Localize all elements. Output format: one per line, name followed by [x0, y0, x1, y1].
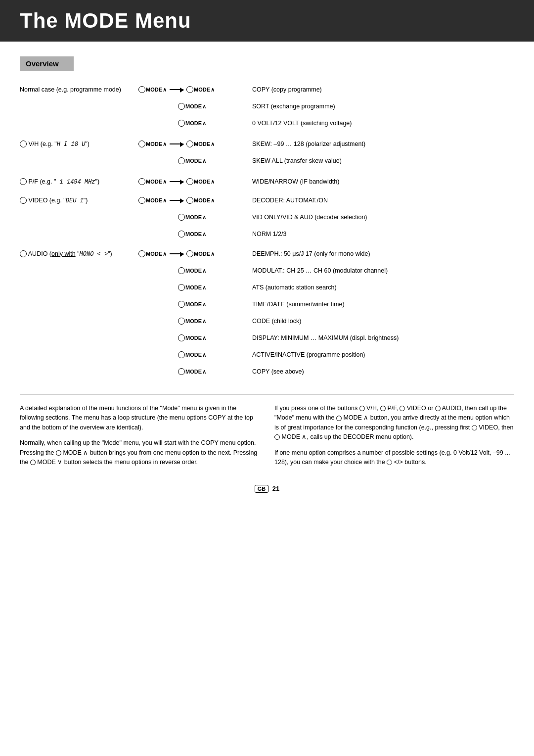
mode-unit: MODE ∧	[178, 120, 206, 127]
mode-unit-2: MODE ∧	[186, 250, 215, 257]
mode-circle-icon	[138, 197, 145, 204]
mode-unit-2: MODE ∧	[186, 86, 215, 93]
vh-circle-icon	[20, 141, 27, 147]
table-row: MODE ∧ SORT (exchange programme)	[20, 98, 514, 114]
row-right-label: ATS (automatic station search)	[242, 284, 430, 291]
row-mid-controls: MODE ∧	[138, 284, 242, 291]
row-right-label: SORT (exchange programme)	[242, 103, 430, 110]
table-row: MODE ∧ MODULAT.: CH 25 … CH 60 (modulato…	[20, 263, 514, 279]
mode-circle-icon	[186, 86, 193, 93]
table-row: MODE ∧ TIME/DATE (summer/winter time)	[20, 296, 514, 312]
mode-circle-icon	[138, 86, 145, 93]
row-right-label: COPY (copy programme)	[242, 86, 430, 93]
table-row: P/F (e.g. " 1 1494 MHz") MODE ∧ MODE ∧ W…	[20, 174, 514, 189]
mode-circle-icon	[178, 214, 185, 221]
mode-unit-2: MODE ∧	[186, 197, 215, 204]
mode-circle-icon	[178, 267, 185, 274]
row-right-label: 0 VOLT/12 VOLT (switching voltage)	[242, 120, 430, 127]
desc-left-p2: Normally, when calling up the "Mode" men…	[20, 438, 260, 467]
row-mid-controls: MODE ∧ MODE ∧	[138, 86, 242, 93]
mode-unit: MODE ∧	[178, 351, 206, 358]
inline-circle-icon	[435, 406, 441, 411]
overview-label: Overview	[26, 59, 59, 68]
mode-circle-icon	[178, 301, 185, 308]
row-mid-controls: MODE ∧	[138, 334, 242, 341]
mode-circle-icon	[178, 284, 185, 291]
mode-unit: MODE ∧	[178, 318, 206, 325]
row-right-label: ACTIVE/INACTIVE (programme position)	[242, 351, 430, 358]
row-right-label: DECODER: AUTOMAT./ON	[242, 197, 430, 204]
arrow-icon	[170, 89, 183, 90]
row-right-label: CODE (child lock)	[242, 318, 430, 325]
row-mid-controls: MODE ∧	[138, 231, 242, 237]
mode-circle-icon	[186, 141, 193, 147]
row-right-label: COPY (see above)	[242, 368, 430, 375]
row-left-label: AUDIO (only with "MONO < >")	[20, 250, 138, 258]
mode-unit: MODE ∧	[178, 334, 206, 341]
mode-unit: MODE ∧	[178, 157, 206, 164]
row-left-label: P/F (e.g. " 1 1494 MHz")	[20, 178, 138, 186]
arrow-icon	[170, 143, 183, 144]
mode-circle-icon	[178, 103, 185, 110]
mode-circle-icon	[178, 368, 185, 375]
video-circle-icon	[20, 197, 27, 204]
mode-unit: MODE ∧	[138, 197, 167, 204]
mode-unit: MODE ∧	[178, 267, 206, 274]
row-right-label: SKEW ALL (transfer skew value)	[242, 157, 430, 164]
table-row: MODE ∧ COPY (see above)	[20, 364, 514, 379]
description-left: A detailed explanation of the menu funct…	[20, 404, 260, 473]
arrow-icon	[170, 200, 183, 201]
mode-unit: MODE ∧	[138, 141, 167, 147]
row-right-label: WIDE/NARROW (IF bandwidth)	[242, 178, 430, 185]
row-mid-controls: MODE ∧ MODE ∧	[138, 250, 242, 257]
desc-left-p1: A detailed explanation of the menu funct…	[20, 404, 260, 432]
mode-unit-1: MODE ∧	[138, 86, 167, 93]
inline-circle-icon	[336, 416, 342, 421]
table-row: MODE ∧ DISPLAY: MINIMUM … MAXIMUM (displ…	[20, 330, 514, 346]
row-right-label: DEEMPH.: 50 μs/J 17 (only for mono wide)	[242, 250, 430, 257]
inline-circle-icon	[56, 450, 61, 456]
table-row: MODE ∧ 0 VOLT/12 VOLT (switching voltage…	[20, 115, 514, 131]
row-right-label: MODULAT.: CH 25 … CH 60 (modulator chann…	[242, 267, 430, 274]
header: The MODE Menu	[0, 0, 534, 42]
mode-circle-icon	[178, 351, 185, 358]
row-mid-controls: MODE ∧	[138, 267, 242, 274]
inline-circle-icon	[380, 406, 386, 411]
table-row: MODE ∧ CODE (child lock)	[20, 313, 514, 329]
diagram-area: Normal case (e.g. programme mode) MODE ∧…	[20, 82, 514, 379]
mode-circle-icon	[178, 231, 185, 237]
mode-circle-icon	[178, 318, 185, 325]
row-mid-controls: MODE ∧ MODE ∧	[138, 197, 242, 204]
overview-section: Overview	[20, 56, 514, 82]
page-title: The MODE Menu	[20, 9, 514, 33]
inline-circle-icon	[30, 460, 36, 465]
table-row: MODE ∧ ACTIVE/INACTIVE (programme positi…	[20, 347, 514, 363]
row-mid-controls: MODE ∧	[138, 318, 242, 325]
mode-unit: MODE ∧	[178, 301, 206, 308]
row-mid-controls: MODE ∧	[138, 368, 242, 375]
arrow-icon	[170, 181, 183, 182]
inline-circle-icon	[472, 425, 477, 430]
row-mid-controls: MODE ∧	[138, 351, 242, 358]
row-mid-controls: MODE ∧	[138, 157, 242, 164]
description-right: If you press one of the buttons V/H, P/F…	[274, 404, 514, 473]
table-row: MODE ∧ SKEW ALL (transfer skew value)	[20, 153, 514, 169]
row-mid-controls: MODE ∧	[138, 103, 242, 110]
row-mid-controls: MODE ∧ MODE ∧	[138, 178, 242, 185]
mode-circle-icon	[138, 250, 145, 257]
row-right-label: SKEW: –99 … 128 (polarizer adjustment)	[242, 141, 430, 147]
mode-unit: MODE ∧	[178, 103, 206, 110]
mode-circle-icon	[186, 197, 193, 204]
mode-unit: MODE ∧	[138, 178, 167, 185]
table-row: MODE ∧ VID ONLY/VID & AUD (decoder selec…	[20, 209, 514, 225]
row-right-label: NORM 1/2/3	[242, 231, 430, 237]
mode-circle-icon	[178, 334, 185, 341]
table-row: MODE ∧ ATS (automatic station search)	[20, 280, 514, 295]
overview-label-box: Overview	[20, 56, 74, 71]
mode-unit: MODE ∧	[178, 368, 206, 375]
gb-badge: GB	[255, 485, 269, 493]
mode-circle-icon	[186, 250, 193, 257]
pf-circle-icon	[20, 178, 27, 185]
mode-unit: MODE ∧	[178, 231, 206, 237]
mode-circle-icon	[178, 157, 185, 164]
